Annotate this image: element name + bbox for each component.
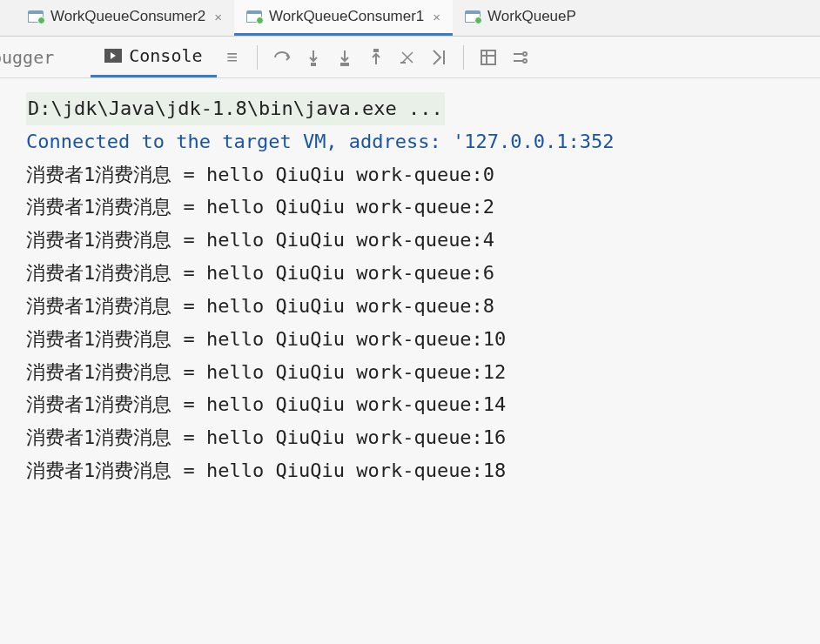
command-line: D:\jdk\Java\jdk-1.8\bin\java.exe ... [26,92,445,125]
output-line: 消费者1消费消息 = hello QiuQiu work-queue:4 [26,224,820,257]
output-line: 消费者1消费消息 = hello QiuQiu work-queue:8 [26,290,820,323]
output-line: 消费者1消费消息 = hello QiuQiu work-queue:0 [26,158,820,191]
tab-consumer1[interactable]: WorkQueueConsumer1 × [234,0,453,36]
java-class-icon [465,10,481,23]
java-class-icon [28,10,44,23]
console-tab[interactable]: Console [91,37,216,77]
output-line: 消费者1消费消息 = hello QiuQiu work-queue:6 [26,257,820,290]
console-output[interactable]: D:\jdk\Java\jdk-1.8\bin\java.exe ... Con… [0,78,820,487]
output-line: 消费者1消费消息 = hello QiuQiu work-queue:12 [26,356,820,389]
svg-rect-2 [374,50,378,51]
console-tab-label: Console [129,45,202,66]
separator [257,45,258,70]
close-icon[interactable]: × [433,10,440,24]
svg-rect-3 [481,50,495,64]
tab-consumer2[interactable]: WorkQueueConsumer2 × [16,0,234,36]
debug-toolbar: bugger Console [0,37,820,78]
connected-line: Connected to the target VM, address: '12… [26,125,820,158]
debugger-label: bugger [0,47,64,68]
step-into-icon[interactable] [303,47,324,68]
svg-rect-1 [341,64,348,65]
step-over-icon[interactable] [272,47,292,68]
threads-icon[interactable] [222,47,243,68]
tab-producer[interactable]: WorkQueueP [453,0,588,36]
output-line: 消费者1消费消息 = hello QiuQiu work-queue:18 [26,454,820,487]
tab-label: WorkQueueConsumer2 [50,8,205,25]
output-line: 消费者1消费消息 = hello QiuQiu work-queue:16 [26,421,820,454]
settings-icon[interactable] [509,47,530,68]
tab-label: WorkQueueP [487,8,576,25]
output-line: 消费者1消费消息 = hello QiuQiu work-queue:10 [26,323,820,356]
evaluate-icon[interactable] [478,47,499,68]
step-out-icon[interactable] [366,47,386,68]
svg-rect-0 [312,64,315,65]
drop-frame-icon[interactable] [397,47,418,68]
output-line: 消费者1消费消息 = hello QiuQiu work-queue:2 [26,191,820,224]
tab-label: WorkQueueConsumer1 [269,8,424,25]
force-step-into-icon[interactable] [334,47,355,68]
separator [463,45,464,70]
svg-point-5 [523,59,527,63]
java-class-icon [246,10,262,23]
run-to-cursor-icon[interactable] [428,47,449,68]
output-line: 消费者1消费消息 = hello QiuQiu work-queue:14 [26,388,820,421]
svg-point-4 [523,52,527,56]
close-icon[interactable]: × [214,10,222,24]
console-icon [104,49,122,63]
editor-tab-bar: WorkQueueConsumer2 × WorkQueueConsumer1 … [0,0,820,37]
